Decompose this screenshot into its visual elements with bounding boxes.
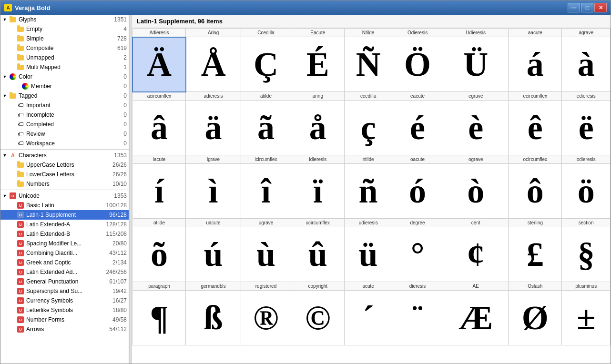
sidebar-label-genpunct: General Punctuation xyxy=(26,278,107,285)
glyph-char-cell[interactable]: Ñ xyxy=(345,37,392,92)
sidebar-item-characters[interactable]: ▼ A Characters 1353 xyxy=(0,151,129,160)
glyph-char-cell[interactable]: ô xyxy=(509,164,562,219)
glyph-char-cell[interactable]: õ xyxy=(132,227,186,282)
expand-icon xyxy=(9,162,16,168)
glyph-char-cell[interactable]: ñ xyxy=(345,164,392,219)
sidebar-label-member: Member xyxy=(31,83,122,90)
sidebar-item-color[interactable]: ▼ Color 0 xyxy=(0,72,129,81)
glyph-char-cell[interactable]: â xyxy=(132,101,186,155)
glyph-char-cell[interactable]: Ö xyxy=(392,37,443,92)
sidebar-item-multimapped[interactable]: Multi Mapped 1 xyxy=(0,62,129,72)
glyph-char-cell[interactable]: å xyxy=(291,101,345,155)
glyph-char-cell[interactable]: î xyxy=(241,164,291,219)
sidebar-item-combining[interactable]: U Combining Diacriti... 43/112 xyxy=(0,248,129,258)
sidebar-item-arrows[interactable]: U Arrows 54/112 xyxy=(0,324,129,334)
sidebar-item-review[interactable]: 🏷 Review 0 xyxy=(0,129,129,139)
glyph-char-cell[interactable]: ü xyxy=(345,227,392,282)
glyph-char-cell[interactable]: é xyxy=(392,101,443,155)
glyph-char-cell[interactable]: è xyxy=(443,101,509,155)
glyph-char-cell[interactable]: ± xyxy=(562,291,611,345)
glyph-char-cell[interactable]: à xyxy=(562,37,611,92)
sidebar-item-latinextb[interactable]: U Latin Extended-B 115/208 xyxy=(0,229,129,239)
sidebar-item-member[interactable]: Member 0 xyxy=(0,81,129,91)
sidebar-count-currency: 16/27 xyxy=(112,297,127,304)
glyph-char-cell[interactable]: ¶ xyxy=(132,291,186,345)
expand-icon[interactable]: ▼ xyxy=(1,152,8,159)
glyph-char-cell[interactable]: ° xyxy=(392,227,443,282)
glyph-char-cell[interactable]: § xyxy=(562,227,611,282)
sidebar-item-numbers[interactable]: Numbers 10/10 xyxy=(0,179,129,189)
expand-icon[interactable]: ▼ xyxy=(1,73,8,80)
sidebar-item-lowercase[interactable]: LowerCase Letters 26/26 xyxy=(0,170,129,179)
glyph-char-cell[interactable]: ó xyxy=(392,164,443,219)
sidebar-item-glyphs[interactable]: ▼ Glyphs 1351 xyxy=(0,15,129,24)
glyph-name-cell: Ccedilla xyxy=(241,29,291,37)
glyph-char-cell[interactable]: Å xyxy=(186,37,241,92)
sidebar-item-latinexta[interactable]: U Latin Extended-A 128/128 xyxy=(0,220,129,229)
sidebar-label-tagged: Tagged xyxy=(19,92,122,99)
sidebar-item-uppercase[interactable]: UpperCase Letters 26/26 xyxy=(0,160,129,170)
sidebar-item-currency[interactable]: U Currency Symbols 16/27 xyxy=(0,296,129,305)
expand-icon[interactable]: ▼ xyxy=(1,192,8,199)
glyph-char-cell[interactable]: ö xyxy=(562,164,611,219)
folder-icon xyxy=(17,180,24,188)
glyph-char-cell[interactable]: ´ xyxy=(345,291,392,345)
sidebar-item-spacingmod[interactable]: U Spacing Modifier Le... 20/80 xyxy=(0,239,129,248)
glyph-char-cell[interactable]: Ø xyxy=(509,291,562,345)
sidebar-item-letterlike[interactable]: U Letterlike Symbols 18/80 xyxy=(0,305,129,315)
sidebar-item-composite[interactable]: Composite 619 xyxy=(0,43,129,53)
sidebar-item-latin1supp[interactable]: U Latin-1 Supplement 96/128 xyxy=(0,210,129,220)
glyph-char-cell[interactable]: û xyxy=(291,227,345,282)
glyph-grid[interactable]: AdieresisAringCcedillaEacuteNtildeOdiere… xyxy=(132,28,611,364)
maximize-button[interactable]: □ xyxy=(581,3,593,12)
sidebar-item-empty[interactable]: Empty 4 xyxy=(0,24,129,34)
glyph-char-cell[interactable]: © xyxy=(291,291,345,345)
glyph-char-cell[interactable]: ë xyxy=(562,101,611,155)
sidebar-item-completed[interactable]: 🏷 Completed 0 xyxy=(0,120,129,129)
glyph-char-cell[interactable]: í xyxy=(132,164,186,219)
glyph-char-cell[interactable]: ò xyxy=(443,164,509,219)
glyph-name-cell: ugrave xyxy=(241,219,291,227)
minimize-button[interactable]: — xyxy=(568,3,580,12)
glyph-char-cell[interactable]: £ xyxy=(509,227,562,282)
expand-icon[interactable]: ▼ xyxy=(1,16,8,23)
glyph-char-cell[interactable]: É xyxy=(291,37,345,92)
glyph-char-cell[interactable]: á xyxy=(509,37,562,92)
glyph-char-cell[interactable]: Ü xyxy=(443,37,509,92)
glyph-char-cell[interactable]: ç xyxy=(345,101,392,155)
sidebar-item-unicode[interactable]: ▼ U Unicode 1353 xyxy=(0,191,129,201)
glyph-char-cell[interactable]: Ç xyxy=(241,37,291,92)
glyph-char-cell[interactable]: ß xyxy=(186,291,241,345)
glyph-char-cell[interactable]: ú xyxy=(186,227,241,282)
glyph-char-cell[interactable]: ê xyxy=(509,101,562,155)
sidebar-item-basiclatin[interactable]: U Basic Latin 100/128 xyxy=(0,201,129,210)
glyph-char-cell[interactable]: ä xyxy=(186,101,241,155)
glyph-character: © xyxy=(291,291,344,345)
glyph-char-cell[interactable]: ì xyxy=(186,164,241,219)
sidebar-item-greekcoptic[interactable]: U Greek and Coptic 2/134 xyxy=(0,258,129,267)
sidebar: ▼ Glyphs 1351 Empty 4 Simple 72 xyxy=(0,15,129,364)
sidebar-item-superscripts[interactable]: U Superscripts and Su... 19/42 xyxy=(0,286,129,296)
glyph-char-cell[interactable]: ® xyxy=(241,291,291,345)
sidebar-item-important[interactable]: 🏷 Important 0 xyxy=(0,101,129,110)
glyph-char-cell[interactable]: ï xyxy=(291,164,345,219)
expand-icon[interactable]: ▼ xyxy=(1,92,8,99)
glyph-char-cell[interactable]: ù xyxy=(241,227,291,282)
expand-icon xyxy=(9,316,16,323)
glyph-char-cell[interactable]: Ä xyxy=(132,37,186,92)
sidebar-item-incomplete[interactable]: 🏷 Incomplete 0 xyxy=(0,110,129,120)
sidebar-tree[interactable]: ▼ Glyphs 1351 Empty 4 Simple 72 xyxy=(0,15,129,364)
sidebar-item-unmapped[interactable]: Unmapped 2 xyxy=(0,53,129,62)
sidebar-item-numberforms[interactable]: U Number Forms 49/58 xyxy=(0,315,129,324)
sidebar-item-workspace[interactable]: 🏷 Workspace 0 xyxy=(0,139,129,148)
sidebar-item-tagged[interactable]: ▼ Tagged 0 xyxy=(0,91,129,101)
sidebar-item-latinextad[interactable]: U Latin Extended Ad... 246/256 xyxy=(0,267,129,277)
sidebar-item-genpunct[interactable]: U General Punctuation 61/107 xyxy=(0,277,129,286)
glyph-char-cell[interactable]: ¨ xyxy=(392,291,443,345)
glyph-char-cell[interactable]: ã xyxy=(241,101,291,155)
glyph-char-cell[interactable]: ¢ xyxy=(443,227,509,282)
close-button[interactable]: ✕ xyxy=(594,3,607,12)
glyph-character: £ xyxy=(509,227,561,282)
glyph-char-cell[interactable]: Æ xyxy=(443,291,509,345)
sidebar-item-simple[interactable]: Simple 728 xyxy=(0,34,129,43)
